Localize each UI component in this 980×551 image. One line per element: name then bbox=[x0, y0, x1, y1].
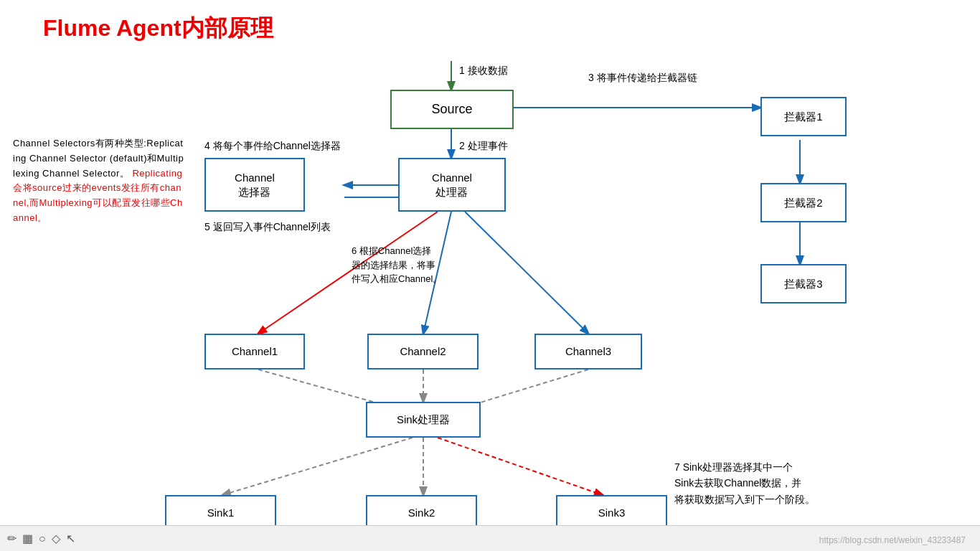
step7-annotation: 7 Sink处理器选择其中一个 Sink去获取Channel数据，并 将获取数据… bbox=[674, 459, 815, 507]
svg-line-15 bbox=[438, 438, 603, 495]
edit-icon[interactable]: ✏ bbox=[7, 532, 17, 545]
step5-annotation: 5 返回写入事件Channel列表 bbox=[204, 221, 331, 234]
diamond-icon[interactable]: ◇ bbox=[52, 532, 60, 545]
channel1-box: Channel1 bbox=[204, 334, 305, 369]
channel-selector-box: Channel 选择器 bbox=[204, 158, 305, 212]
grid-icon[interactable]: ▦ bbox=[22, 532, 33, 545]
step4-annotation: 4 将每个事件给Channel选择器 bbox=[204, 140, 341, 153]
watermark: https://blog.csdn.net/weixin_43233487 bbox=[819, 535, 966, 545]
sink-processor-box: Sink处理器 bbox=[366, 402, 481, 438]
svg-line-9 bbox=[465, 212, 588, 334]
channel3-box: Channel3 bbox=[534, 334, 642, 369]
interceptor3-box: 拦截器3 bbox=[760, 264, 847, 303]
step2-annotation: 2 处理事件 bbox=[459, 140, 508, 153]
step6-annotation: 6 根据Channel选择 器的选择结果，将事 件写入相应Channel。 bbox=[352, 244, 442, 286]
channel2-box: Channel2 bbox=[367, 334, 479, 369]
interceptor1-box: 拦截器1 bbox=[760, 97, 847, 136]
page-title: Flume Agent内部原理 bbox=[43, 13, 273, 44]
main-canvas: Flume Agent内部原理 bbox=[0, 0, 980, 551]
circle-icon[interactable]: ○ bbox=[39, 532, 46, 545]
step3-annotation: 3 将事件传递给拦截器链 bbox=[588, 72, 697, 85]
source-box: Source bbox=[390, 90, 514, 129]
cursor-icon[interactable]: ↖ bbox=[66, 532, 75, 545]
channel-processor-box: Channel 处理器 bbox=[398, 158, 506, 212]
interceptor2-box: 拦截器2 bbox=[760, 183, 847, 222]
sidebar-description: Channel Selectors有两种类型:Replicating Chann… bbox=[13, 136, 185, 226]
step1-annotation: 1 接收数据 bbox=[459, 65, 508, 77]
svg-line-13 bbox=[222, 438, 413, 495]
